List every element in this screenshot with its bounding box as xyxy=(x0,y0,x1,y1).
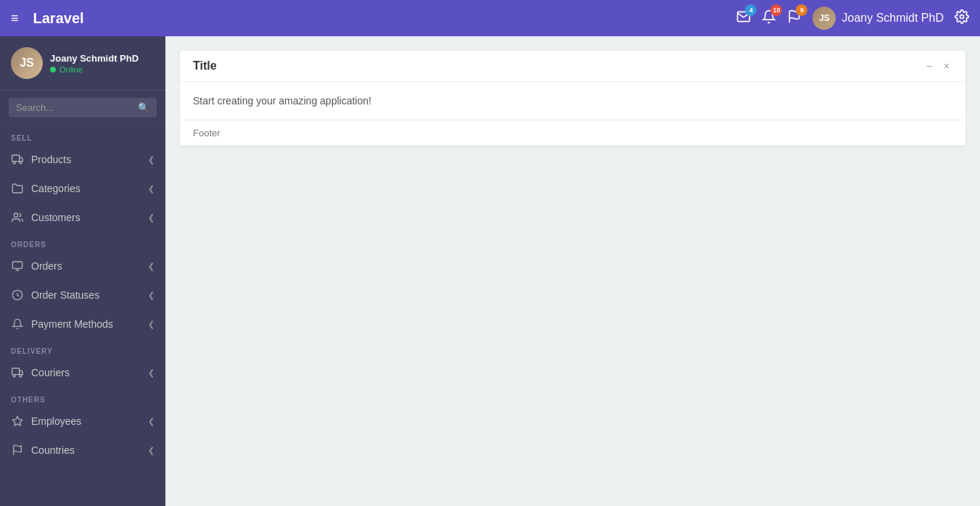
countries-label: Countries xyxy=(31,444,75,456)
main-layout: JS Joany Schmidt PhD Online 🔍 SELL xyxy=(0,36,980,506)
sidebar-item-categories[interactable]: Categories ❮ xyxy=(0,174,165,203)
search-wrap: 🔍 xyxy=(9,98,157,117)
employees-chevron: ❮ xyxy=(148,417,155,426)
products-chevron: ❮ xyxy=(148,155,155,165)
employees-icon xyxy=(11,415,24,428)
sidebar-profile-status: Online xyxy=(50,65,139,74)
order-statuses-label: Order Statuses xyxy=(31,289,99,301)
status-online-dot xyxy=(50,67,56,72)
svg-rect-2 xyxy=(12,155,20,162)
orders-chevron: ❮ xyxy=(148,262,155,271)
svg-point-12 xyxy=(20,375,22,377)
svg-marker-13 xyxy=(12,416,22,426)
customers-label: Customers xyxy=(31,212,81,223)
orders-label: Orders xyxy=(31,260,62,272)
main-content: Title − × Start creating your amazing ap… xyxy=(165,36,980,506)
sidebar-item-order-statuses[interactable]: Order Statuses ❮ xyxy=(0,281,165,310)
search-icon: 🔍 xyxy=(138,102,149,113)
svg-point-11 xyxy=(13,375,15,377)
bell-badge: 10 xyxy=(770,4,782,16)
main-card: Title − × Start creating your amazing ap… xyxy=(180,51,965,146)
section-label-sell: SELL xyxy=(0,125,165,145)
categories-label: Categories xyxy=(31,183,81,194)
sidebar-profile-info: Joany Schmidt PhD Online xyxy=(50,53,139,74)
status-online-label: Online xyxy=(59,65,83,74)
couriers-label: Couriers xyxy=(31,367,70,378)
employees-label: Employees xyxy=(31,415,81,427)
couriers-icon xyxy=(11,366,24,379)
navbar-left: ≡ Laravel xyxy=(11,10,84,27)
order-statuses-icon xyxy=(11,289,24,302)
card-controls: − × xyxy=(923,59,952,72)
sidebar-avatar: JS xyxy=(11,47,43,79)
svg-point-3 xyxy=(13,162,15,164)
customers-icon xyxy=(11,211,24,224)
flag-icon-button[interactable]: 9 xyxy=(787,9,802,27)
section-label-orders: ORDERS xyxy=(0,232,165,252)
card-footer-text: Footer xyxy=(193,128,221,138)
products-label: Products xyxy=(31,154,71,165)
countries-chevron: ❮ xyxy=(148,446,155,455)
card-footer: Footer xyxy=(180,120,965,146)
sidebar-item-payment-methods[interactable]: Payment Methods ❮ xyxy=(0,310,165,339)
navbar-right: 4 10 9 JS Joany Schmidt PhD xyxy=(736,7,969,30)
navbar-avatar: JS xyxy=(812,7,836,30)
payment-methods-icon xyxy=(11,318,24,331)
sidebar-item-countries[interactable]: Countries ❮ xyxy=(0,436,165,465)
svg-rect-6 xyxy=(12,262,22,268)
sidebar-search-container: 🔍 xyxy=(0,91,165,125)
card-title: Title xyxy=(193,59,217,72)
sidebar-item-products[interactable]: Products ❮ xyxy=(0,145,165,174)
section-label-delivery: DELIVERY xyxy=(0,339,165,358)
sidebar: JS Joany Schmidt PhD Online 🔍 SELL xyxy=(0,36,165,506)
countries-icon xyxy=(11,444,24,457)
products-icon xyxy=(11,153,24,166)
payment-methods-label: Payment Methods xyxy=(31,318,113,330)
card-header: Title − × xyxy=(180,51,965,82)
payment-methods-chevron: ❮ xyxy=(148,320,155,329)
categories-chevron: ❮ xyxy=(148,184,155,194)
sidebar-profile-name: Joany Schmidt PhD xyxy=(50,53,139,64)
sidebar-item-customers[interactable]: Customers ❮ xyxy=(0,203,165,232)
card-body: Start creating your amazing application! xyxy=(180,82,965,120)
card-body-text: Start creating your amazing application! xyxy=(193,95,952,107)
section-label-others: OTHERS xyxy=(0,387,165,407)
customers-chevron: ❮ xyxy=(148,213,155,223)
mail-badge: 4 xyxy=(745,4,757,16)
orders-icon xyxy=(11,260,24,273)
mail-icon-button[interactable]: 4 xyxy=(736,9,751,27)
svg-rect-10 xyxy=(12,368,20,375)
order-statuses-chevron: ❮ xyxy=(148,291,155,300)
top-navbar: ≡ Laravel 4 10 9 xyxy=(0,0,980,36)
svg-point-5 xyxy=(14,213,17,217)
categories-icon xyxy=(11,182,24,195)
card-minimize-button[interactable]: − xyxy=(923,59,935,72)
brand-logo: Laravel xyxy=(33,10,84,27)
couriers-chevron: ❮ xyxy=(148,368,155,378)
sidebar-item-couriers[interactable]: Couriers ❮ xyxy=(0,358,165,387)
bell-icon-button[interactable]: 10 xyxy=(762,9,776,27)
settings-icon-button[interactable] xyxy=(955,9,969,27)
card-close-button[interactable]: × xyxy=(941,59,952,72)
search-input[interactable] xyxy=(16,102,138,113)
navbar-username: Joany Schmidt PhD xyxy=(841,12,944,25)
sidebar-item-employees[interactable]: Employees ❮ xyxy=(0,407,165,436)
flag-badge: 9 xyxy=(796,4,807,16)
sidebar-toggle-button[interactable]: ≡ xyxy=(11,11,19,26)
user-menu-button[interactable]: JS Joany Schmidt PhD xyxy=(812,7,944,30)
svg-point-4 xyxy=(20,162,22,164)
sidebar-item-orders[interactable]: Orders ❮ xyxy=(0,252,165,281)
svg-point-1 xyxy=(960,15,964,19)
sidebar-profile: JS Joany Schmidt PhD Online xyxy=(0,36,165,91)
